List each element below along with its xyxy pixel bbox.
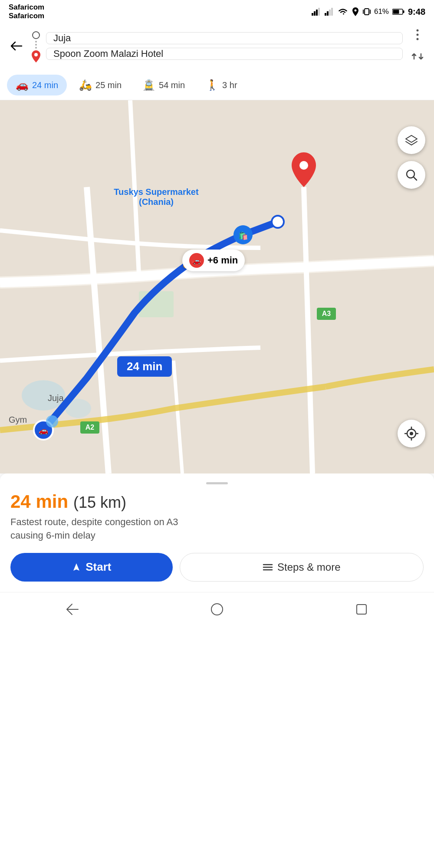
svg-point-26 [272,216,284,228]
status-icons: 61% 9:48 [312,7,425,17]
svg-point-28 [299,161,308,170]
search-inputs [46,32,403,60]
svg-point-15 [34,53,38,56]
moto-time: 25 min [95,80,122,90]
transit-icon: 🚊 [142,79,155,91]
origin-circle [32,31,40,39]
vibrate-icon [363,7,371,16]
destination-input[interactable] [46,48,403,60]
route-dots [35,41,37,49]
map-svg: 🚗 🛍️ A2 A3 [0,100,434,473]
action-buttons: Start Steps & more [10,553,424,582]
layers-icon [405,135,418,146]
layers-button[interactable] [398,126,425,154]
transit-time: 54 min [159,80,185,90]
svg-text:A3: A3 [322,310,331,317]
svg-text:A2: A2 [85,424,95,431]
nav-recents-button[interactable] [349,598,375,620]
back-arrow-icon [10,41,23,51]
svg-point-18 [417,38,419,40]
navigate-icon [72,562,81,572]
transport-transit[interactable]: 🚊 54 min [134,75,194,95]
moto-icon: 🛵 [79,79,92,91]
panel-handle [206,482,228,484]
signal1-icon [312,8,321,16]
svg-rect-5 [327,11,329,16]
start-button[interactable]: Start [10,553,173,582]
wifi-icon [338,8,348,16]
battery-icon [392,8,404,15]
svg-rect-7 [331,8,333,16]
nav-home-icon [210,603,224,616]
svg-rect-14 [403,10,404,13]
crosshair-icon [404,427,418,441]
svg-rect-0 [312,13,313,16]
steps-list-icon [263,562,273,572]
swap-directions-button[interactable] [408,47,427,66]
nav-recents-icon [355,603,368,615]
svg-point-8 [354,10,356,12]
transport-walk[interactable]: 🚶 3 hr [197,75,246,95]
svg-rect-4 [325,13,326,16]
search-header [0,22,434,70]
svg-point-39 [410,432,413,435]
svg-rect-9 [365,9,369,15]
svg-point-21 [22,380,65,411]
status-bar: Safaricom Safaricom [0,0,434,22]
nav-home-button[interactable] [204,598,230,620]
origin-input[interactable] [46,32,403,44]
signal2-icon [325,8,334,16]
car-icon: 🚗 [16,79,29,91]
more-options-button[interactable] [409,26,426,43]
route-description: Fastest route, despite congestion on A3c… [10,516,424,542]
magnifier-icon [405,169,418,181]
steps-button[interactable]: Steps & more [180,553,424,582]
transport-car[interactable]: 🚗 24 min [7,75,67,95]
swap-icon [411,50,424,62]
route-time-label: 24 min [117,356,172,377]
svg-point-25 [46,415,58,427]
back-button[interactable] [7,36,26,56]
svg-point-16 [417,30,419,32]
route-distance: (15 km) [73,493,126,512]
nav-back-icon [66,603,79,615]
svg-line-37 [414,177,417,180]
delay-text: +6 min [207,255,238,266]
walk-time: 3 hr [222,80,237,90]
route-summary: 24 min (15 km) [10,491,424,512]
nav-back-button[interactable] [59,598,85,620]
svg-rect-19 [0,100,434,473]
carrier1-label: Safaricom [9,3,44,12]
svg-text:🚗: 🚗 [39,426,49,435]
svg-point-17 [417,34,419,36]
map-area[interactable]: 🚗 🛍️ A2 A3 Tuskys Supermarket(Chania) Ju… [0,100,434,473]
route-duration: 24 min [10,491,68,512]
car-time: 24 min [32,80,58,90]
nav-bar [0,592,434,629]
svg-rect-13 [393,10,399,14]
location-status-icon [352,7,359,16]
start-label: Start [85,560,111,574]
steps-label: Steps & more [277,561,340,573]
transport-moto[interactable]: 🛵 25 min [70,75,130,95]
battery-level: 61% [374,7,389,16]
walk-icon: 🚶 [206,79,219,91]
svg-rect-2 [316,10,318,16]
svg-rect-6 [329,10,331,16]
svg-rect-1 [314,11,316,16]
destination-pin-icon [31,50,41,62]
svg-rect-3 [318,8,320,16]
svg-point-47 [211,604,223,615]
carrier-info: Safaricom Safaricom [9,3,44,21]
search-map-button[interactable] [398,161,425,189]
transport-bar: 🚗 24 min 🛵 25 min 🚊 54 min 🚶 3 hr [0,70,434,100]
svg-text:🛍️: 🛍️ [238,231,248,240]
my-location-button[interactable] [398,420,425,447]
time-display: 9:48 [408,7,425,17]
bottom-panel: 24 min (15 km) Fastest route, despite co… [0,473,434,592]
three-dots-icon [416,29,419,40]
carrier2-label: Safaricom [9,12,44,20]
delay-car-icon: 🚗 [189,253,204,268]
delay-badge: 🚗 +6 min [182,250,245,271]
svg-rect-48 [357,605,366,614]
